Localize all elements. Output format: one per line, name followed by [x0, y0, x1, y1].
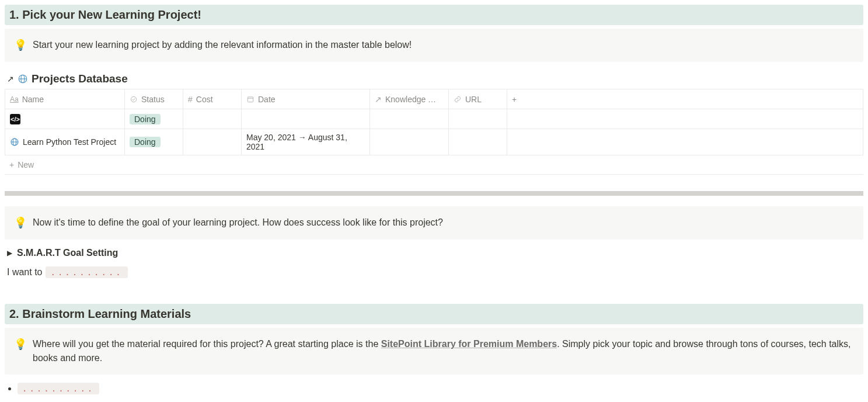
sitepoint-link[interactable]: SitePoint Library for Premium Members	[381, 339, 557, 349]
new-row-label: New	[18, 160, 34, 169]
smart-goal-label: S.M.A.R.T Goal Setting	[17, 248, 118, 258]
cell-empty[interactable]	[507, 109, 863, 129]
callout-materials: 💡 Where will you get the material requir…	[5, 328, 863, 375]
date-property-icon	[246, 95, 255, 103]
goal-placeholder[interactable]: ..........	[46, 266, 127, 278]
column-header-url[interactable]: URL	[449, 89, 507, 109]
svg-rect-4	[247, 97, 253, 102]
section-2-heading-block: 2. Brainstorm Learning Materials	[5, 304, 863, 324]
globe-icon	[10, 137, 19, 147]
globe-icon	[18, 74, 28, 84]
table-row[interactable]: Learn Python Test Project Doing May 20, …	[5, 129, 863, 155]
section-1-heading: 1. Pick your New Learning Project!	[9, 8, 859, 22]
materials-bullet-list: ..........	[5, 382, 863, 396]
cell-knowledge[interactable]	[370, 109, 449, 129]
bulb-icon: 💡	[14, 337, 27, 352]
cell-cost[interactable]	[183, 129, 242, 155]
section-2-heading: 2. Brainstorm Learning Materials	[9, 307, 859, 321]
callout-pick-project: 💡 Start your new learning project by add…	[5, 29, 863, 62]
column-header-cost[interactable]: # Cost	[183, 89, 242, 109]
plus-icon: +	[512, 95, 517, 104]
status-tag: Doing	[130, 137, 161, 147]
callout-goal: 💡 Now it's time to define the goal of yo…	[5, 206, 863, 240]
new-row-button[interactable]: + New	[5, 155, 863, 175]
cell-url[interactable]	[449, 109, 507, 129]
goal-input-line[interactable]: I want to ..........	[5, 264, 863, 280]
callout-pick-project-text: Start your new learning project by addin…	[33, 38, 412, 52]
arrow-upright-icon: ↗	[7, 74, 14, 84]
database-title: Projects Database	[32, 72, 128, 85]
cell-cost[interactable]	[183, 109, 242, 129]
column-header-date[interactable]: Date	[242, 89, 370, 109]
column-header-name[interactable]: Aa Name	[5, 89, 125, 109]
database-title-row[interactable]: ↗ Projects Database	[5, 72, 863, 85]
projects-table: Aa Name Status # Cost Date	[5, 89, 863, 155]
goal-prefix: I want to	[7, 267, 42, 278]
select-property-icon	[130, 95, 138, 103]
section-divider	[5, 191, 863, 196]
cell-date[interactable]: May 20, 2021 → August 31, 2021	[242, 129, 370, 155]
bulb-icon: 💡	[14, 38, 27, 53]
callout-goal-text: Now it's time to define the goal of your…	[33, 216, 443, 230]
callout-materials-text: Where will you get the material required…	[33, 337, 854, 365]
svg-point-3	[131, 96, 136, 102]
cell-url[interactable]	[449, 129, 507, 155]
list-item[interactable]: ..........	[18, 382, 863, 396]
section-1-heading-block: 1. Pick your New Learning Project!	[5, 5, 863, 25]
number-property-icon: #	[188, 95, 193, 104]
column-header-knowledge[interactable]: ↗ Knowledge T…	[370, 89, 449, 109]
relation-property-icon: ↗	[375, 95, 382, 104]
material-placeholder[interactable]: ..........	[18, 383, 99, 394]
table-row[interactable]: </> Doing	[5, 109, 863, 129]
url-property-icon	[454, 95, 462, 103]
status-tag: Doing	[130, 114, 161, 124]
bulb-icon: 💡	[14, 216, 27, 230]
row-name-text: Learn Python Test Project	[23, 137, 116, 147]
text-property-icon: Aa	[10, 95, 19, 103]
cell-knowledge[interactable]	[370, 129, 449, 155]
column-add[interactable]: +	[507, 89, 863, 109]
plus-icon: +	[9, 160, 14, 169]
cell-date[interactable]	[242, 109, 370, 129]
page-icon-dark: </>	[10, 114, 20, 124]
smart-goal-toggle[interactable]: ▶ S.M.A.R.T Goal Setting	[5, 245, 863, 261]
triangle-right-icon: ▶	[7, 249, 12, 257]
cell-empty[interactable]	[507, 129, 863, 155]
column-header-status[interactable]: Status	[125, 89, 183, 109]
